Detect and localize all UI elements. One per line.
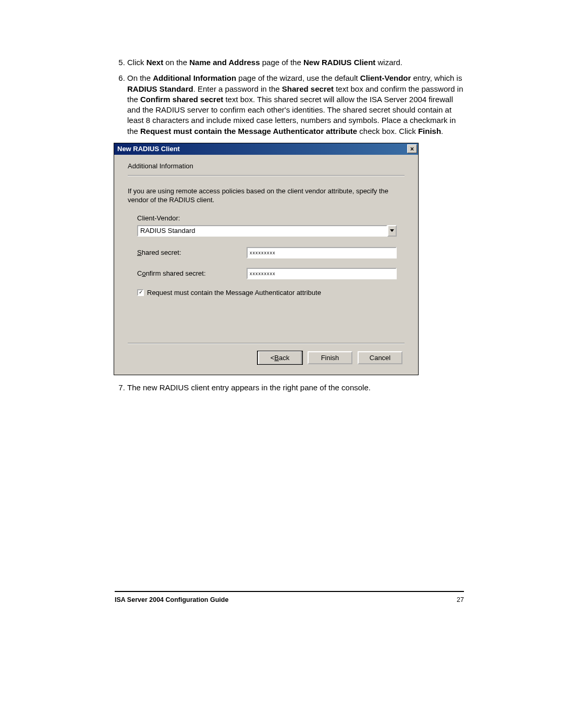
shared-secret-input[interactable]: xxxxxxxxx — [247, 247, 397, 258]
step-7: The new RADIUS client entry appears in t… — [127, 382, 464, 393]
page-footer: ISA Server 2004 Configuration Guide 27 — [115, 591, 464, 603]
shared-secret-label: Shared secret: — [137, 249, 247, 256]
chevron-down-icon[interactable] — [387, 225, 397, 237]
text: . — [441, 127, 443, 135]
text: entry, which is — [411, 73, 462, 82]
text-bold: Next — [146, 58, 164, 67]
dialog-subtitle: Additional Information — [128, 162, 405, 176]
instruction-list-cont: The new RADIUS client entry appears in t… — [115, 382, 464, 393]
mnemonic: C — [137, 214, 142, 222]
masked-value: xxxxxxxxx — [250, 271, 276, 276]
text: page of the — [260, 58, 303, 67]
text: hared secret: — [142, 249, 181, 256]
text: page of the wizard, use the default — [236, 73, 360, 82]
masked-value: xxxxxxxxx — [250, 250, 276, 255]
mnemonic: o — [142, 269, 145, 277]
page-number: 27 — [457, 596, 464, 603]
text: C — [137, 269, 142, 277]
text: on the — [163, 58, 189, 67]
dialog-buttons: < Back Finish Cancel — [128, 343, 405, 369]
step-5: Click Next on the Name and Address page … — [127, 57, 464, 68]
client-vendor-label: Client-Vendor: — [137, 214, 405, 222]
text-bold: Finish — [418, 127, 441, 135]
back-button[interactable]: < Back — [258, 351, 302, 364]
mnemonic: B — [274, 354, 279, 362]
client-vendor-combo[interactable]: RADIUS Standard — [137, 225, 397, 237]
text-bold: Shared secret — [282, 84, 334, 93]
confirm-shared-secret-label: Confirm shared secret: — [137, 269, 247, 277]
text-bold: RADIUS Standard — [127, 84, 193, 93]
text: ack — [279, 354, 289, 362]
text: equest must contain the Message Authenti… — [152, 289, 321, 297]
text-bold: Additional Information — [153, 73, 236, 82]
close-icon[interactable]: × — [407, 144, 417, 153]
authenticator-checkbox-row[interactable]: ✓ Request must contain the Message Authe… — [137, 289, 405, 297]
text: check box. Click — [357, 127, 418, 135]
titlebar: New RADIUS Client × — [114, 143, 418, 155]
text-bold: Client-Vendor — [360, 73, 411, 82]
text: Click — [127, 58, 146, 67]
dialog-new-radius-client: New RADIUS Client × Additional Informati… — [114, 143, 419, 375]
dialog-title: New RADIUS Client — [117, 145, 180, 153]
text: On the — [127, 73, 153, 82]
text-bold: Confirm shared secret — [140, 95, 223, 104]
confirm-shared-secret-input[interactable]: xxxxxxxxx — [247, 268, 397, 279]
text-bold: Request must contain the Message Authent… — [140, 127, 357, 135]
text: wizard. — [375, 58, 402, 67]
mnemonic: S — [137, 249, 142, 256]
instruction-list: Click Next on the Name and Address page … — [115, 57, 464, 137]
cancel-button[interactable]: Cancel — [358, 351, 402, 364]
checkbox-label: Request must contain the Message Authent… — [147, 289, 321, 297]
text: < — [271, 354, 275, 362]
dialog-description: If you are using remote access policies … — [128, 187, 405, 205]
checkbox-icon[interactable]: ✓ — [137, 289, 144, 296]
mnemonic: R — [147, 289, 152, 297]
text-bold: New RADIUS Client — [303, 58, 375, 67]
text: lient-Vendor: — [142, 214, 180, 222]
footer-title: ISA Server 2004 Configuration Guide — [115, 596, 228, 603]
finish-button[interactable]: Finish — [308, 351, 352, 364]
step-6: On the Additional Information page of th… — [127, 73, 464, 137]
text-bold: Name and Address — [189, 58, 260, 67]
text: nfirm shared secret: — [146, 269, 206, 277]
client-vendor-value[interactable]: RADIUS Standard — [137, 225, 387, 237]
text: . Enter a password in the — [193, 84, 282, 93]
